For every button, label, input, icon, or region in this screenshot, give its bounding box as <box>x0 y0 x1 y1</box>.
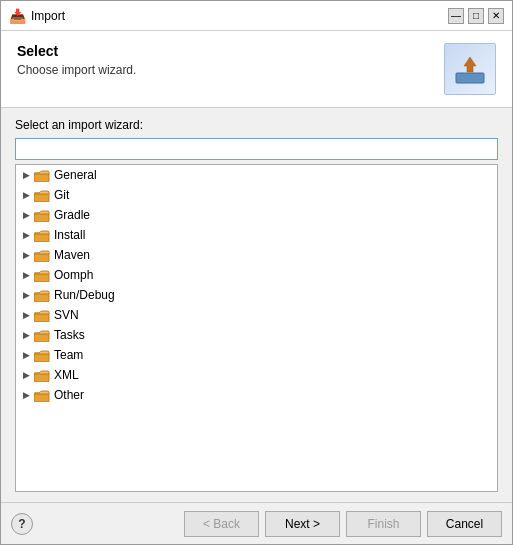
expand-arrow-svn[interactable]: ▶ <box>20 309 32 321</box>
expand-arrow-maven[interactable]: ▶ <box>20 249 32 261</box>
folder-icon-general <box>34 169 50 182</box>
title-bar: 📥 Import — □ ✕ <box>1 1 512 31</box>
tree-item-git[interactable]: ▶ Git <box>16 185 497 205</box>
content-area: Select an import wizard: ▶ General▶ Git▶… <box>1 108 512 502</box>
footer-right: < Back Next > Finish Cancel <box>184 511 502 537</box>
folder-icon-xml <box>34 369 50 382</box>
tree-item-team[interactable]: ▶ Team <box>16 345 497 365</box>
wizard-label: Select an import wizard: <box>15 118 498 132</box>
maximize-button[interactable]: □ <box>468 8 484 24</box>
title-bar-controls: — □ ✕ <box>448 8 504 24</box>
tree-item-label-xml: XML <box>54 368 79 382</box>
tree-item-label-rundebug: Run/Debug <box>54 288 115 302</box>
cancel-button[interactable]: Cancel <box>427 511 502 537</box>
expand-arrow-other[interactable]: ▶ <box>20 389 32 401</box>
help-button[interactable]: ? <box>11 513 33 535</box>
tree-item-rundebug[interactable]: ▶ Run/Debug <box>16 285 497 305</box>
tree-item-label-other: Other <box>54 388 84 402</box>
tree-container[interactable]: ▶ General▶ Git▶ Gradle▶ Install▶ <box>15 164 498 492</box>
tree-item-svn[interactable]: ▶ SVN <box>16 305 497 325</box>
header-section: Select Choose import wizard. <box>1 31 512 108</box>
tree-item-gradle[interactable]: ▶ Gradle <box>16 205 497 225</box>
import-dialog: 📥 Import — □ ✕ Select Choose import wiza… <box>0 0 513 545</box>
folder-icon-oomph <box>34 269 50 282</box>
expand-arrow-tasks[interactable]: ▶ <box>20 329 32 341</box>
next-button[interactable]: Next > <box>265 511 340 537</box>
header-subtitle: Choose import wizard. <box>17 63 136 77</box>
window-icon: 📥 <box>9 8 25 24</box>
tree-item-label-general: General <box>54 168 97 182</box>
folder-icon-other <box>34 389 50 402</box>
footer: ? < Back Next > Finish Cancel <box>1 502 512 544</box>
folder-icon-maven <box>34 249 50 262</box>
expand-arrow-team[interactable]: ▶ <box>20 349 32 361</box>
tree-item-install[interactable]: ▶ Install <box>16 225 497 245</box>
header-title: Select <box>17 43 136 59</box>
expand-arrow-rundebug[interactable]: ▶ <box>20 289 32 301</box>
tree-item-label-maven: Maven <box>54 248 90 262</box>
tree-item-label-gradle: Gradle <box>54 208 90 222</box>
svg-marker-1 <box>464 57 476 72</box>
import-icon <box>444 43 496 95</box>
tree-item-label-tasks: Tasks <box>54 328 85 342</box>
tree-item-tasks[interactable]: ▶ Tasks <box>16 325 497 345</box>
folder-icon-git <box>34 189 50 202</box>
expand-arrow-oomph[interactable]: ▶ <box>20 269 32 281</box>
tree-item-other[interactable]: ▶ Other <box>16 385 497 405</box>
tree-item-label-svn: SVN <box>54 308 79 322</box>
tree-item-label-git: Git <box>54 188 69 202</box>
tree-item-label-team: Team <box>54 348 83 362</box>
folder-icon-team <box>34 349 50 362</box>
tree-item-label-oomph: Oomph <box>54 268 93 282</box>
tree-item-maven[interactable]: ▶ Maven <box>16 245 497 265</box>
tree-item-oomph[interactable]: ▶ Oomph <box>16 265 497 285</box>
back-button[interactable]: < Back <box>184 511 259 537</box>
tree-item-label-install: Install <box>54 228 85 242</box>
search-input[interactable] <box>15 138 498 160</box>
minimize-button[interactable]: — <box>448 8 464 24</box>
expand-arrow-gradle[interactable]: ▶ <box>20 209 32 221</box>
title-bar-left: 📥 Import <box>9 8 65 24</box>
close-button[interactable]: ✕ <box>488 8 504 24</box>
folder-icon-rundebug <box>34 289 50 302</box>
window-title: Import <box>31 9 65 23</box>
folder-icon-install <box>34 229 50 242</box>
header-text: Select Choose import wizard. <box>17 43 136 77</box>
expand-arrow-xml[interactable]: ▶ <box>20 369 32 381</box>
expand-arrow-install[interactable]: ▶ <box>20 229 32 241</box>
folder-icon-svn <box>34 309 50 322</box>
finish-button[interactable]: Finish <box>346 511 421 537</box>
expand-arrow-general[interactable]: ▶ <box>20 169 32 181</box>
tree-item-xml[interactable]: ▶ XML <box>16 365 497 385</box>
svg-rect-0 <box>456 73 484 83</box>
folder-icon-gradle <box>34 209 50 222</box>
footer-left: ? <box>11 513 33 535</box>
expand-arrow-git[interactable]: ▶ <box>20 189 32 201</box>
tree-item-general[interactable]: ▶ General <box>16 165 497 185</box>
folder-icon-tasks <box>34 329 50 342</box>
